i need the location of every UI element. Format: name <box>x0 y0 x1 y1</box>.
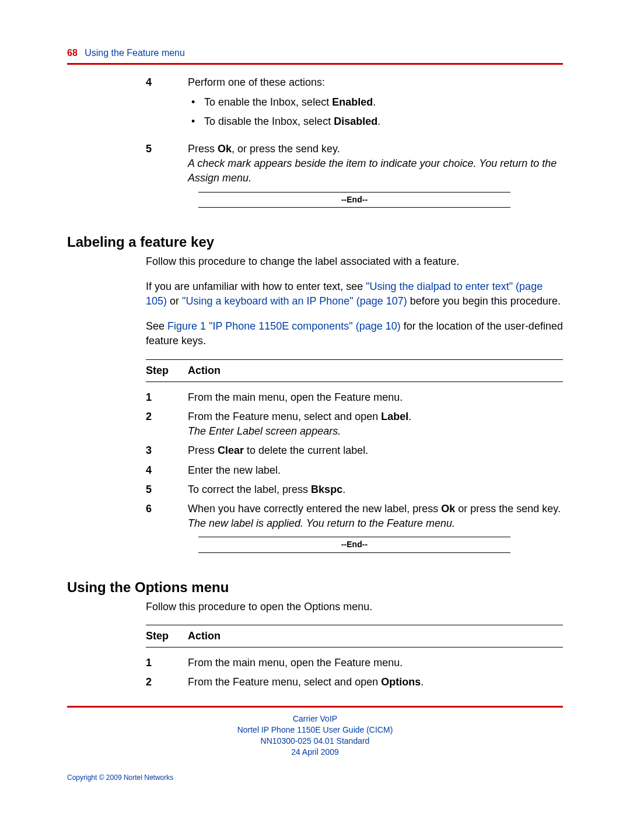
end-rule-bottom <box>198 552 510 553</box>
table-row: 1 From the main menu, open the Feature m… <box>146 390 563 405</box>
step-body: Enter the new label. <box>188 463 563 478</box>
labeling-content: Follow this procedure to change the labe… <box>146 254 563 553</box>
heading-labeling: Labeling a feature key <box>67 232 563 252</box>
step-number: 4 <box>146 463 158 478</box>
table-header: Step Action <box>146 360 563 382</box>
step-body: To correct the label, press Bkspc. <box>188 482 563 497</box>
table-header: Step Action <box>146 625 563 647</box>
step-body: From the main menu, open the Feature men… <box>188 390 563 405</box>
table-row: 2 From the Feature menu, select and open… <box>146 410 563 439</box>
step-number: 2 <box>146 410 158 439</box>
table-row: 4 Enter the new label. <box>146 463 563 478</box>
footer-line-2: Nortel IP Phone 1150E User Guide (CICM) <box>67 724 563 736</box>
step-body: Press Ok, or press the send key. A check… <box>188 142 563 186</box>
end-label: --End-- <box>198 192 510 208</box>
list-item: To disable the Inbox, select Disabled. <box>188 114 563 129</box>
link-figure1[interactable]: Figure 1 "IP Phone 1150E components" (pa… <box>167 320 401 332</box>
header-rule <box>67 63 563 65</box>
step-body: From the Feature menu, select and open O… <box>188 675 563 690</box>
step-body: From the main menu, open the Feature men… <box>188 656 563 670</box>
options-content: Follow this procedure to open the Option… <box>146 600 563 690</box>
col-step: Step <box>146 629 158 643</box>
step-number: 1 <box>146 390 158 405</box>
paragraph: Follow this procedure to open the Option… <box>146 600 563 614</box>
table-row: 5 To correct the label, press Bkspc. <box>146 482 563 497</box>
footer-line-1: Carrier VoIP <box>67 713 563 724</box>
table-row: 3 Press Clear to delete the current labe… <box>146 443 563 458</box>
step-5-row: 5 Press Ok, or press the send key. A che… <box>146 142 563 186</box>
continuation-steps: 4 Perform one of these actions: To enabl… <box>146 75 563 208</box>
step-number: 2 <box>146 675 158 690</box>
paragraph: If you are unfamiliar with how to enter … <box>146 279 563 309</box>
step-5-result: A check mark appears beside the item to … <box>188 158 556 184</box>
step-4-intro: Perform one of these actions: <box>188 76 325 88</box>
table-rule-mid <box>146 382 563 382</box>
footer-rule <box>67 706 563 708</box>
link-keyboard[interactable]: "Using a keyboard with an IP Phone" (pag… <box>182 295 407 307</box>
page-container: 68 Using the Feature menu 4 Perform one … <box>0 0 630 840</box>
paragraph: See Figure 1 "IP Phone 1150E components"… <box>146 319 563 348</box>
col-action: Action <box>188 363 563 378</box>
end-rule-bottom <box>198 207 510 208</box>
step-4-row: 4 Perform one of these actions: To enabl… <box>146 75 563 134</box>
step-number: 5 <box>146 142 158 186</box>
footer-line-4: 24 April 2009 <box>67 747 563 758</box>
end-label: --End-- <box>198 537 510 552</box>
step-body: Press Clear to delete the current label. <box>188 443 563 458</box>
step-number: 1 <box>146 656 158 670</box>
table-rule-mid <box>146 647 563 648</box>
list-item: To enable the Inbox, select Enabled. <box>188 95 563 110</box>
end-marker: --End-- <box>198 192 510 208</box>
step-number: 3 <box>146 443 158 458</box>
step-body: From the Feature menu, select and open L… <box>188 410 563 439</box>
step-number: 4 <box>146 75 158 134</box>
step-number: 5 <box>146 482 158 497</box>
table-row: 1 From the main menu, open the Feature m… <box>146 656 563 670</box>
page-number: 68 <box>67 48 78 58</box>
copyright: Copyright © 2009 Nortel Networks <box>67 773 563 783</box>
step-number: 6 <box>146 502 158 531</box>
header-section-title: Using the Feature menu <box>85 48 185 58</box>
table-row: 6 When you have correctly entered the ne… <box>146 502 563 531</box>
step-4-bullets: To enable the Inbox, select Enabled. To … <box>188 95 563 129</box>
paragraph: Follow this procedure to change the labe… <box>146 254 563 269</box>
end-marker: --End-- <box>198 537 510 553</box>
table-row: 2 From the Feature menu, select and open… <box>146 675 563 690</box>
heading-options: Using the Options menu <box>67 578 563 597</box>
col-step: Step <box>146 363 158 378</box>
col-action: Action <box>188 629 563 643</box>
footer-line-3: NN10300-025 04.01 Standard <box>67 736 563 747</box>
page-footer: Carrier VoIP Nortel IP Phone 1150E User … <box>67 706 563 782</box>
step-body: Perform one of these actions: To enable … <box>188 75 563 134</box>
footer-lines: Carrier VoIP Nortel IP Phone 1150E User … <box>67 713 563 758</box>
step-body: When you have correctly entered the new … <box>188 502 563 531</box>
running-header: 68 Using the Feature menu <box>67 47 563 60</box>
